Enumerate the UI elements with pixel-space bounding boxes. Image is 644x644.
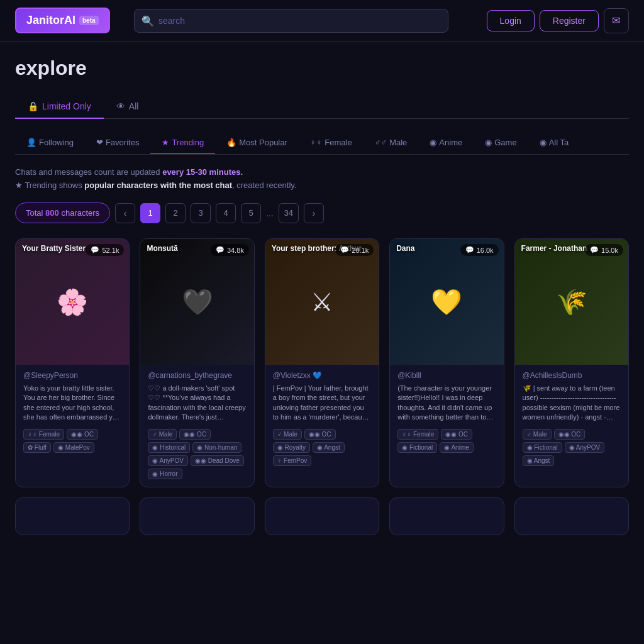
tab-all-label: All [129,101,139,111]
chat-icon: 💬 [216,246,225,254]
all-icon: 👁 [116,101,125,111]
character-card[interactable]: 🖤 Monsutā 💬34.8k @carnations_bythegrave … [140,238,254,487]
card-tag: ◉ Horror [148,469,182,479]
card-tag: ♀♀ Female [23,429,64,440]
limited-icon: 🔒 [28,101,38,111]
card-tag: ♂ Male [523,429,552,440]
bottom-card-1[interactable] [15,497,130,535]
card-tag: ♂ Male [148,429,177,440]
bottom-card-5[interactable] [514,497,629,535]
card-body: @Kiblll (The character is your younger s… [390,365,503,460]
card-body: @Violetzxx 💙 | FemPov | Your father, bro… [265,365,379,474]
card-chat-count: 💬15.0k [585,244,623,256]
card-title: Monsutā [147,244,177,253]
card-tag: ◉◉ OC [441,429,472,440]
card-tag: ◉ Anime [440,442,474,453]
page-title: explore [15,57,629,80]
trending-info: ★ Trending shows popular characters with… [15,180,629,190]
card-chat-count: 💬16.0k [460,244,499,256]
prev-page-button[interactable]: ‹ [115,203,135,223]
bottom-card-3[interactable] [265,497,379,535]
tab-game[interactable]: ◉ Game [474,131,528,155]
card-author: @SleepyPerson [23,371,121,380]
card-image-bg: 🌸 [16,239,129,365]
all-ta-icon: ◉ [540,138,547,147]
page-4-button[interactable]: 4 [216,203,236,223]
card-image: 🖤 Monsutā 💬34.8k [140,239,253,365]
card-image: 🌾 Farmer - Jonathan 💬15.0k [515,239,628,365]
male-icon: ♂♂ [375,138,387,147]
page-2-button[interactable]: 2 [165,203,186,223]
favorites-icon: ❤ [96,138,103,147]
following-icon: 👤 [26,138,36,147]
chat-icon: 💬 [590,246,599,254]
update-highlight: every 15-30 minutes. [162,167,243,177]
card-tag: ♀ FemPov [273,455,312,466]
total-count-badge: Total 800 characters [15,203,110,223]
tab-male[interactable]: ♂♂ Male [364,131,419,155]
bottom-card-2[interactable] [140,497,254,535]
tab-trending[interactable]: ★ Trending [150,131,215,155]
female-icon: ♀♀ [310,138,323,147]
register-button[interactable]: Register [540,10,599,31]
tab-female[interactable]: ♀♀ Female [299,131,364,155]
page-1-button[interactable]: 1 [140,203,160,223]
character-card[interactable]: 🌾 Farmer - Jonathan 💬15.0k @AchillesIsDu… [514,238,629,487]
trending-icon: ★ [162,138,169,147]
card-tag: ◉ Angst [313,442,345,453]
card-body: @carnations_bythegrave ♡♡ a doll-makers … [140,365,253,487]
header-actions: Login Register ✉ [487,8,629,33]
login-button[interactable]: Login [487,10,535,31]
card-tag: ◉ MalePov [53,442,94,453]
card-title: Farmer - Jonathan [521,244,587,253]
card-author: @Kiblll [397,371,496,380]
card-tags: ♂ Male◉◉ OC◉ Royalty◉ Angst♀ FemPov [273,429,371,466]
update-info: Chats and messages count are updated eve… [15,167,629,177]
header: JanitorAI beta 🔍 Login Register ✉ [0,0,644,42]
message-icon-button[interactable]: ✉ [604,8,629,33]
card-tag: ◉ Fictional [397,442,437,453]
tab-following[interactable]: 👤 Following [15,131,85,155]
page-34-button[interactable]: 34 [279,203,299,223]
card-image-bg: 💛 [390,239,503,365]
anime-icon: ◉ [430,138,436,147]
character-card[interactable]: 💛 Dana 💬16.0k @Kiblll (The character is … [389,238,504,487]
card-tags: ♀♀ Female◉◉ OC◉ Fictional◉ Anime [397,429,496,453]
card-tag: ◉ Angst [523,455,555,466]
tab-most-popular[interactable]: 🔥 Most Popular [215,131,299,155]
card-body: @SleepyPerson Yoko is your bratty little… [16,365,129,460]
card-image: 💛 Dana 💬16.0k [390,239,503,365]
search-input[interactable] [134,9,448,33]
sort-tabs: 👤 Following ❤ Favorites ★ Trending 🔥 Mos… [15,131,629,155]
card-tags: ♂ Male◉◉ OC◉ Fictional◉ AnyPOV◉ Angst [523,429,621,466]
card-title: Your Bratty Sister [22,244,86,253]
card-tag: ◉◉ OC [554,429,586,440]
page-5-button[interactable]: 5 [241,203,261,223]
card-tag: ◉◉ OC [179,429,211,440]
chat-icon: 💬 [91,246,99,254]
page-3-button[interactable]: 3 [191,203,211,223]
card-tag: ◉ Royalty [273,442,310,453]
bottom-card-4[interactable] [389,497,504,535]
character-card[interactable]: ⚔ Your step brother: Arthur 💬20.1k @Viol… [265,238,379,487]
tab-all[interactable]: 👁 All [104,95,152,119]
character-card[interactable]: 🌸 Your Bratty Sister 💬52.1k @SleepyPerso… [15,238,130,487]
tab-favorites[interactable]: ❤ Favorites [85,131,150,155]
card-tag: ♀♀ Female [397,429,438,440]
tab-anime[interactable]: ◉ Anime [418,131,474,155]
card-description: (The character is your younger sister!!)… [397,384,496,423]
tab-limited-only[interactable]: 🔒 Limited Only [15,95,104,119]
card-tag: ✿ Fluff [23,442,51,453]
search-icon: 🔍 [142,14,154,26]
card-chat-count: 💬20.1k [335,244,374,256]
tab-limited-label: Limited Only [42,101,91,111]
next-page-button[interactable]: › [304,203,324,223]
page-dots: ... [266,208,274,218]
card-chat-count: 💬34.8k [211,244,249,256]
game-icon: ◉ [485,138,492,147]
tab-all-ta[interactable]: ◉ All Ta [528,131,580,155]
total-number: 800 [45,208,59,218]
filter-tabs: 🔒 Limited Only 👁 All [15,95,629,119]
logo[interactable]: JanitorAI beta [15,8,110,33]
chat-icon: 💬 [340,246,349,254]
